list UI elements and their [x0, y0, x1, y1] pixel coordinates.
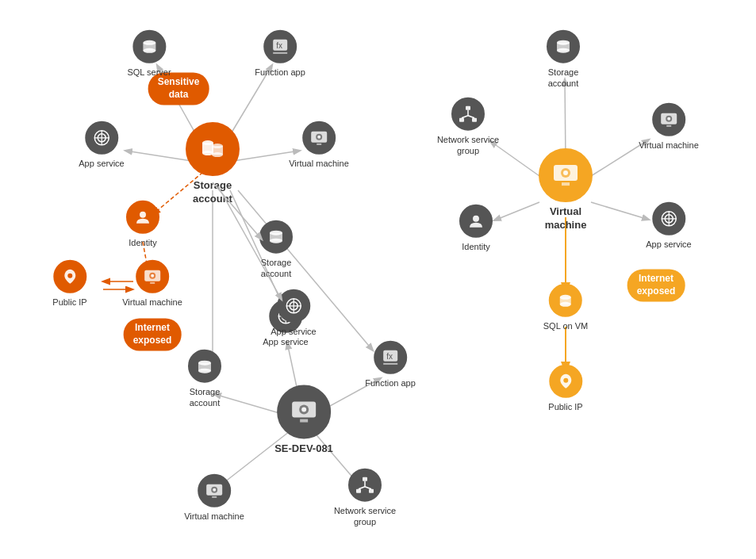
identity-right-node[interactable]: Identity — [459, 205, 493, 252]
network-bottom-node[interactable]: Network service group — [333, 469, 397, 528]
app-service-mid-node[interactable]: App service — [271, 289, 316, 337]
function-app-top-node[interactable]: fx Function app — [255, 30, 305, 78]
svg-point-47 — [67, 274, 72, 278]
sql-on-vm-label: SQL on VM — [543, 320, 588, 331]
virtual-machine-left-label: Virtual machine — [122, 297, 182, 308]
svg-point-27 — [212, 152, 223, 157]
virtual-machine-left-node[interactable]: Virtual machine — [122, 260, 182, 308]
diagram-container: Storage account Sensitivedata SQL server… — [0, 0, 756, 559]
svg-line-92 — [462, 116, 468, 118]
storage-account-bottom-node[interactable]: Storage account — [173, 350, 236, 409]
svg-point-24 — [202, 151, 213, 155]
public-ip-right-node[interactable]: Public IP — [548, 365, 582, 412]
internet-exposed-left-badge[interactable]: Internetexposed — [124, 315, 182, 350]
internet-exposed-left-text: Internetexposed — [124, 318, 182, 350]
svg-point-87 — [473, 216, 479, 222]
network-service-group-right-label: Network service group — [436, 134, 500, 157]
public-ip-left-label: Public IP — [52, 297, 86, 308]
svg-rect-68 — [369, 489, 374, 493]
svg-rect-80 — [666, 125, 671, 127]
svg-point-96 — [560, 302, 571, 307]
svg-point-97 — [563, 378, 568, 383]
internet-exposed-right-badge[interactable]: Internetexposed — [627, 266, 685, 301]
function-app-bottom-label: Function app — [365, 377, 416, 389]
svg-line-71 — [365, 487, 371, 489]
app-service-left-node[interactable]: App service — [79, 121, 124, 169]
svg-point-50 — [198, 369, 211, 373]
svg-text:fx: fx — [276, 41, 282, 50]
sql-on-vm-node[interactable]: SQL on VM — [543, 284, 588, 331]
svg-rect-90 — [472, 118, 477, 122]
svg-point-78 — [557, 48, 570, 53]
internet-exposed-right-text: Internetexposed — [627, 269, 685, 301]
svg-point-61 — [301, 408, 306, 412]
svg-rect-89 — [459, 118, 464, 122]
virtual-machine-bottom-node[interactable]: Virtual machine — [184, 474, 244, 522]
storage-account-center-label: Storage account — [177, 179, 248, 206]
svg-rect-56 — [383, 363, 397, 365]
app-service-right-node[interactable]: App service — [646, 202, 691, 250]
svg-rect-59 — [300, 419, 308, 423]
svg-line-70 — [359, 487, 365, 489]
identity-left-label: Identity — [129, 237, 156, 248]
svg-point-30 — [143, 48, 155, 53]
virtual-machine-top-right-label: Virtual machine — [289, 158, 349, 169]
virtual-machine-right-center[interactable]: Virtual machine — [530, 148, 601, 232]
network-bottom-label: Network service group — [333, 505, 397, 528]
svg-point-82 — [667, 117, 670, 121]
svg-rect-32 — [273, 52, 287, 54]
svg-point-37 — [317, 136, 320, 139]
svg-point-75 — [563, 170, 568, 175]
app-service-left-label: App service — [79, 158, 124, 169]
svg-point-46 — [151, 274, 154, 278]
storage-account-center[interactable]: Storage account — [177, 122, 248, 206]
svg-text:fx: fx — [386, 352, 393, 361]
virtual-machine-top-right[interactable]: Virtual machine — [289, 121, 349, 169]
function-app-top-label: Function app — [255, 67, 305, 78]
app-service-mid-label: App service — [271, 326, 316, 337]
storage-account-mid-label: Storageaccount — [261, 257, 292, 280]
svg-rect-44 — [150, 282, 155, 284]
network-service-group-right-node[interactable]: Network service group — [436, 98, 500, 157]
svg-rect-88 — [466, 106, 470, 110]
identity-left-node[interactable]: Identity — [126, 201, 159, 248]
svg-point-100 — [270, 239, 282, 243]
storage-account-bottom-label: Storage account — [173, 386, 236, 409]
virtual-machine-right-label: Virtual machine — [639, 140, 699, 151]
identity-right-label: Identity — [462, 241, 489, 252]
svg-rect-73 — [562, 182, 570, 186]
virtual-machine-bottom-label: Virtual machine — [184, 511, 244, 522]
svg-rect-66 — [363, 477, 367, 481]
storage-account-mid-left[interactable]: Storageaccount — [259, 220, 293, 280]
app-service-bottom-label: App service — [263, 336, 308, 347]
sql-server-node[interactable]: SQL server — [127, 30, 171, 78]
public-ip-left-node[interactable]: Public IP — [52, 260, 86, 308]
storage-account-top-right-label: Storage account — [532, 67, 595, 90]
sql-server-label: SQL server — [127, 67, 171, 78]
public-ip-right-label: Public IP — [548, 401, 582, 412]
function-app-bottom-node[interactable]: fx Function app — [365, 341, 416, 389]
svg-line-93 — [468, 116, 474, 118]
se-dev-081-label: SE-DEV-081 — [274, 442, 333, 456]
svg-point-42 — [140, 212, 146, 218]
svg-rect-67 — [356, 489, 361, 493]
storage-account-top-right-node[interactable]: Storage account — [532, 30, 595, 90]
se-dev-081-center[interactable]: SE-DEV-081 — [274, 385, 333, 456]
app-service-right-label: App service — [646, 239, 691, 250]
svg-rect-35 — [317, 144, 321, 145]
virtual-machine-right-center-label: Virtual machine — [530, 205, 601, 232]
svg-point-65 — [213, 488, 216, 492]
virtual-machine-right-node[interactable]: Virtual machine — [639, 103, 699, 151]
svg-rect-63 — [212, 496, 217, 498]
